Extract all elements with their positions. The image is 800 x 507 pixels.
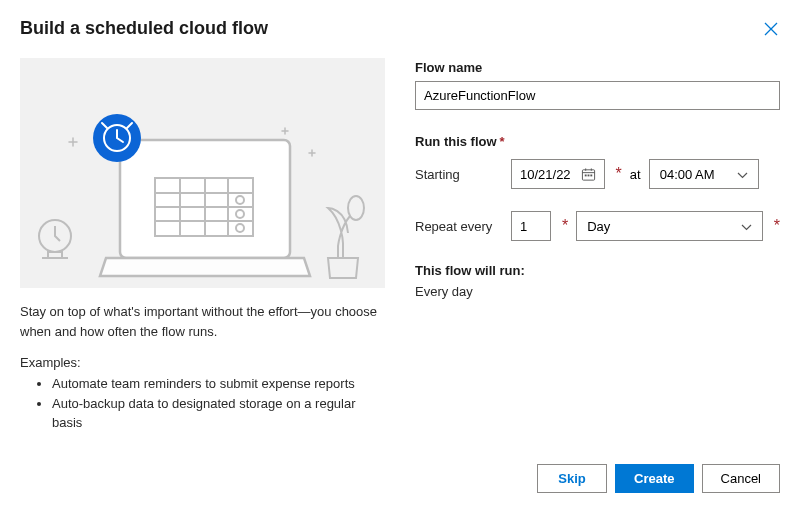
at-label: at — [630, 167, 641, 182]
repeat-count-input[interactable] — [511, 211, 551, 241]
starting-time-select[interactable]: 04:00 AM — [649, 159, 759, 189]
dialog-title: Build a scheduled cloud flow — [20, 18, 268, 39]
calendar-icon — [581, 167, 596, 182]
starting-label: Starting — [415, 167, 503, 182]
required-asterisk: * — [562, 217, 568, 235]
example-item: Auto-backup data to designated storage o… — [52, 394, 385, 433]
repeat-label: Repeat every — [415, 219, 503, 234]
chevron-down-icon — [737, 167, 748, 182]
required-asterisk: * — [616, 165, 622, 183]
flow-illustration — [20, 58, 385, 288]
svg-point-1 — [348, 196, 364, 220]
flow-name-label: Flow name — [415, 60, 780, 75]
required-asterisk: * — [774, 217, 780, 235]
svg-point-12 — [236, 224, 244, 232]
close-icon[interactable] — [762, 18, 780, 43]
svg-rect-20 — [587, 174, 589, 176]
flow-description: Stay on top of what's important without … — [20, 302, 385, 341]
flow-name-input[interactable] — [415, 81, 780, 110]
skip-button[interactable]: Skip — [537, 464, 607, 493]
starting-date-picker[interactable]: 10/21/22 — [511, 159, 605, 189]
cancel-button[interactable]: Cancel — [702, 464, 780, 493]
run-section-label: Run this flow — [415, 134, 497, 149]
example-item: Automate team reminders to submit expens… — [52, 374, 385, 394]
required-asterisk: * — [500, 134, 505, 149]
svg-rect-21 — [590, 174, 592, 176]
repeat-unit-value: Day — [587, 219, 610, 234]
svg-point-10 — [236, 196, 244, 204]
svg-rect-19 — [584, 174, 586, 176]
examples-label: Examples: — [20, 355, 385, 370]
starting-time-value: 04:00 AM — [660, 167, 715, 182]
svg-point-11 — [236, 210, 244, 218]
repeat-unit-select[interactable]: Day — [576, 211, 763, 241]
starting-date-value: 10/21/22 — [520, 167, 571, 182]
chevron-down-icon — [741, 219, 752, 234]
summary-value: Every day — [415, 284, 780, 299]
summary-label: This flow will run: — [415, 263, 780, 278]
create-button[interactable]: Create — [615, 464, 693, 493]
